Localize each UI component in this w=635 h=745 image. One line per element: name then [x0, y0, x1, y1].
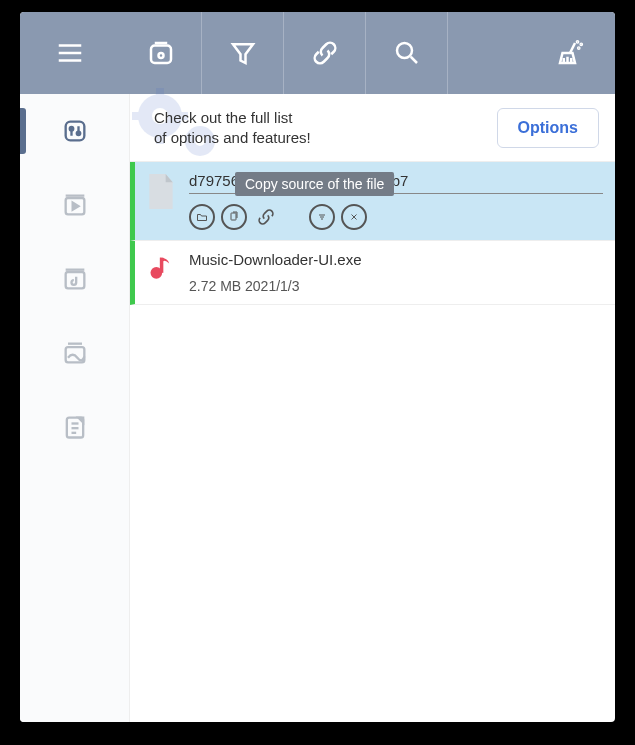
file-icon	[147, 174, 175, 208]
tooltip: Copy source of the file	[235, 172, 394, 196]
sidebar-item-video[interactable]	[58, 188, 92, 222]
sidebar-item-settings[interactable]	[58, 114, 92, 148]
remove-icon	[316, 211, 328, 223]
sliders-icon	[61, 117, 89, 145]
broom-icon	[555, 38, 585, 68]
banner-text: Check out the full list of options and f…	[154, 108, 311, 147]
svg-rect-33	[156, 88, 164, 98]
image-icon	[61, 339, 89, 367]
copy-link-button[interactable]	[253, 204, 279, 230]
filter-button[interactable]	[202, 12, 284, 94]
link-button[interactable]	[284, 12, 366, 94]
filter-icon	[228, 38, 258, 68]
svg-line-7	[410, 57, 416, 63]
options-button[interactable]: Options	[497, 108, 599, 148]
item-size: 2.72 MB	[189, 278, 241, 294]
banner-line1: Check out the full list	[154, 109, 292, 126]
archive-icon	[146, 38, 176, 68]
options-banner: Check out the full list of options and f…	[130, 94, 615, 162]
search-button[interactable]	[366, 12, 448, 94]
link-small-icon	[256, 207, 276, 227]
svg-rect-39	[231, 213, 236, 220]
menu-button[interactable]	[20, 12, 120, 94]
open-folder-button[interactable]	[189, 204, 215, 230]
archive-button[interactable]	[120, 12, 202, 94]
svg-point-12	[578, 47, 579, 48]
svg-marker-22	[72, 203, 78, 210]
hamburger-icon	[55, 38, 85, 68]
item-meta: 2.72 MB 2021/1/3	[189, 278, 603, 294]
remove-button[interactable]	[309, 204, 335, 230]
document-icon	[61, 413, 89, 441]
download-item[interactable]: Music-Downloader-UI.exe 2.72 MB 2021/1/3	[130, 241, 615, 305]
svg-rect-35	[132, 112, 142, 120]
link-icon	[310, 38, 340, 68]
music-icon	[61, 265, 89, 293]
svg-rect-15	[65, 122, 84, 141]
svg-line-8	[570, 43, 575, 53]
item-actions	[189, 204, 603, 230]
delete-icon	[348, 211, 360, 223]
sidebar-item-music[interactable]	[58, 262, 92, 296]
copy-file-button[interactable]	[221, 204, 247, 230]
folder-icon	[196, 211, 208, 223]
delete-button[interactable]	[341, 204, 367, 230]
app-window: Check out the full list of options and f…	[20, 12, 615, 722]
svg-point-6	[397, 43, 412, 58]
item-date: 2021/1/3	[245, 278, 300, 294]
main-content: Check out the full list of options and f…	[130, 94, 615, 722]
video-icon	[61, 191, 89, 219]
clean-button[interactable]	[525, 12, 615, 94]
svg-point-13	[581, 44, 582, 45]
sidebar-item-documents[interactable]	[58, 410, 92, 444]
left-sidebar	[20, 94, 130, 722]
music-file-icon	[147, 253, 175, 287]
svg-point-4	[158, 53, 163, 58]
copy-icon	[228, 211, 240, 223]
item-content: Music-Downloader-UI.exe 2.72 MB 2021/1/3	[189, 251, 603, 294]
main-body: Check out the full list of options and f…	[20, 94, 615, 722]
sidebar-item-images[interactable]	[58, 336, 92, 370]
banner-line2: of options and features!	[154, 129, 311, 146]
item-title: Music-Downloader-UI.exe	[189, 251, 603, 272]
svg-point-14	[577, 41, 578, 42]
search-icon	[392, 38, 422, 68]
download-item-selected[interactable]: d79756 c75240ca97a429800bb7	[130, 162, 615, 241]
top-toolbar	[20, 12, 615, 94]
